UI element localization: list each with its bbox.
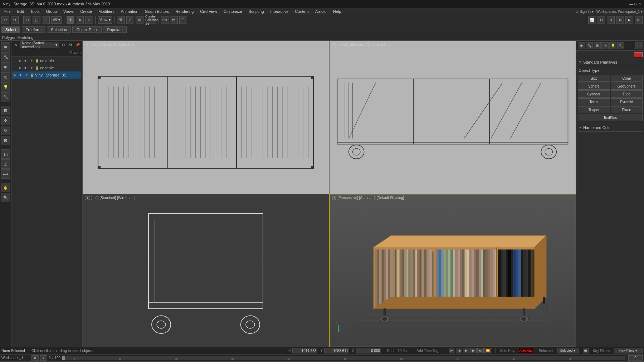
window-crossing-btn[interactable]: ⊟ [42,16,50,24]
modify-tool-btn[interactable]: 🔧 [1,52,10,61]
motion-tab-btn[interactable]: ◎ [601,42,609,49]
select-move-btn[interactable]: ✛ [67,16,74,24]
workspace-add-btn[interactable]: + [40,355,47,361]
lock-icon-3[interactable]: 🔒 [29,73,34,78]
key-filters-dropdown[interactable]: Key Filters ▾ [614,348,643,353]
pan-tool[interactable]: ✋ [1,183,10,192]
tab-object-paint[interactable]: Object Paint [72,26,102,33]
prim-cylinder-btn[interactable]: Cylinder [578,90,610,98]
menu-file[interactable]: File [1,9,14,14]
expand-arrow-3[interactable]: ▶ [13,73,17,77]
menu-tools[interactable]: Tools [28,9,43,14]
prim-tube-btn[interactable]: Tube [611,90,643,98]
motion-tool-btn[interactable]: ◎ [1,72,10,81]
prim-plane-btn[interactable]: Plane [611,106,643,113]
selected-dropdown[interactable]: Selected ▾ [557,348,579,353]
menu-views[interactable]: Views [60,9,77,14]
undo-btn[interactable]: ↩ [1,16,9,24]
select-rotate-btn[interactable]: ↻ [76,16,84,24]
angle-snap-toggle[interactable]: ∠ [1,159,10,169]
menu-civil-view[interactable]: Civil View [197,9,220,14]
scene-item-vinyl-storage[interactable]: ▶ ■ 👁 🔒 Vinyl_Storage_3S [12,71,81,79]
redo-btn[interactable]: ↪ [11,16,19,24]
prim-cone-btn[interactable]: Cone [611,75,643,82]
hierarchy-tool-btn[interactable]: ⊞ [1,62,10,71]
prim-sphere-btn[interactable]: Sphere [578,83,610,90]
scene-close-btn[interactable]: ✕ [13,42,19,48]
menu-customize[interactable]: Customize [221,9,245,14]
scene-options-btn[interactable]: ⚙ [68,42,73,48]
align-btn[interactable]: ⊨ [170,16,178,24]
prim-teapot-btn[interactable]: Teapot [578,106,610,113]
workspace-config-btn[interactable]: ⚙ [31,355,39,361]
tab-select[interactable]: Select [1,26,20,33]
eye-icon-3[interactable]: 👁 [24,73,29,78]
menu-content[interactable]: Content [292,9,312,14]
lock-icon-2[interactable]: 🔒 [34,65,39,70]
render-setup-btn[interactable]: ⚙ [616,16,624,24]
name-color-section[interactable]: ▼ Name and Color [578,124,643,132]
render-frame-btn[interactable]: ▶ [625,16,633,24]
lock-icon-1[interactable]: 🔒 [34,58,39,63]
prim-geosphere-btn[interactable]: GeoSphere [611,83,643,90]
menu-modifiers[interactable]: Modifiers [96,9,117,14]
next-key-btn[interactable]: ⏭ [477,348,484,353]
tab-populate[interactable]: Populate [103,26,126,33]
add-time-tag-label[interactable]: Add Time Tag [416,349,438,353]
create-tab-btn[interactable]: ⊕ [578,42,585,49]
selection-filter-dropdown[interactable]: All▾ [51,16,62,24]
x-value[interactable]: 1011.333 [292,348,317,353]
tab-selection[interactable]: Selection [47,26,71,33]
timeline-track[interactable]: 0 10 20 30 40 50 60 70 80 90 [62,356,625,360]
scale-tool[interactable]: ⊠ [1,136,10,145]
select-tool[interactable]: ⊡ [1,106,10,115]
right-options-btn[interactable]: ⋯ [635,42,643,49]
minimize-btn[interactable]: — [629,2,633,6]
last-frame-btn[interactable]: ⏩ [484,348,491,353]
display-tab-btn[interactable]: 💡 [609,42,616,49]
render-btn[interactable]: ▷ [635,16,643,24]
expand-arrow-1[interactable]: ▶ [18,59,22,63]
prim-pyramid-btn[interactable]: Pyramid [611,98,643,105]
scene-item-editable1[interactable]: ▶ ■ 👁 🔒 editable [12,57,81,64]
menu-create[interactable]: Create [77,9,95,14]
menu-edit[interactable]: Edit [14,9,27,14]
play-btn[interactable]: ▶ [463,348,469,353]
utils-tab-btn[interactable]: 🔨 [617,42,624,49]
rotate-tool[interactable]: ↻ [1,126,10,135]
sign-in-btn[interactable]: ⊙ Sign In ▾ [576,10,594,14]
scene-filter-btn[interactable]: ⊡ [60,42,66,48]
angle-snap-btn[interactable]: ∠ [126,16,134,24]
hierarchy-tab-btn[interactable]: ⊞ [594,42,601,49]
material-editor-btn[interactable]: ⊕ [607,16,615,24]
curve-editor-btn[interactable]: 📈 [588,16,596,24]
menu-graph-editors[interactable]: Graph Editors [142,9,172,14]
viewport-perspective[interactable]: [+] [Perspective] [Standard] [Default Sh… [329,194,576,347]
standard-primitives-section[interactable]: ▼ Standard Primitives [578,59,643,66]
z-value[interactable]: 0.000 [356,348,381,353]
create-selection-btn[interactable]: Create Selection Se [148,16,156,24]
menu-rendering[interactable]: Rendering [173,9,197,14]
timeline-thumb[interactable] [62,356,65,360]
menu-scripting[interactable]: Scripting [246,9,267,14]
workspaces-dropdown[interactable]: Workspaces: Workspace_1 ▾ [596,10,643,14]
display-tool-btn[interactable]: 💡 [1,82,10,91]
eye-icon-1[interactable]: 👁 [29,58,34,63]
snap-toggle[interactable]: ◫ [1,149,10,159]
select-region-btn[interactable]: ⬚ [33,16,40,24]
snap-btn[interactable]: ⊞ [136,16,143,24]
frame-number-input[interactable] [628,355,643,361]
scene-pin-btn[interactable]: 📌 [75,42,80,48]
prim-torus-btn[interactable]: Torus [578,98,610,105]
ref-coord-dropdown[interactable]: View▾ [98,16,112,24]
mirror-btn[interactable]: ⟺ [161,16,169,24]
viewport-top[interactable]: [+] [Top] [Standard] [Wireframe] TOP [82,41,329,194]
key-filter-btn[interactable]: ⊕ [583,348,589,353]
autokey-btn[interactable]: Auto Key [519,348,533,353]
select-scale-btn[interactable]: ⊕ [85,16,93,24]
prev-key-btn[interactable]: ⏮ [449,348,455,353]
eye-icon-2[interactable]: 👁 [29,65,34,70]
layer-mgr-btn[interactable]: ☰ [179,16,187,24]
maximize-btn[interactable]: □ [634,2,637,6]
modify-tab-btn[interactable]: 🔧 [586,42,593,49]
